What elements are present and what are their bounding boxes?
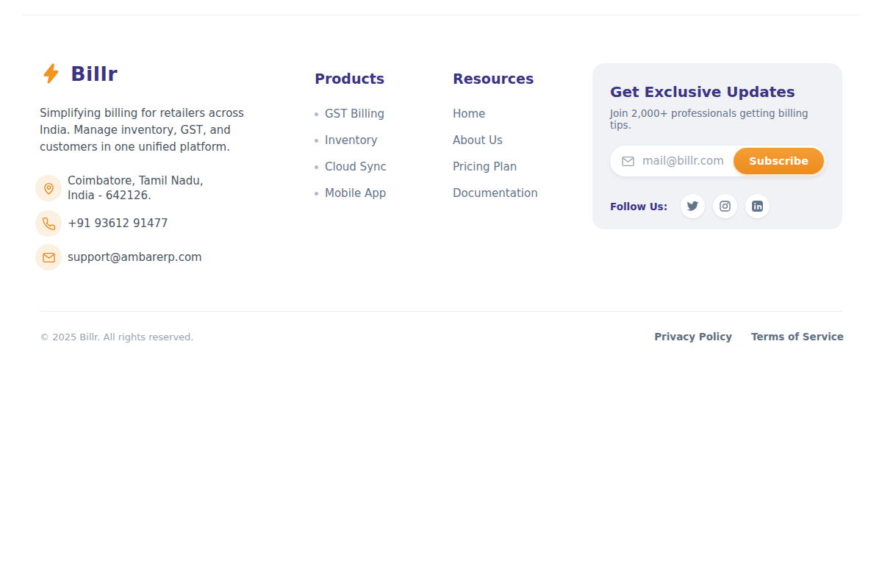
mail-icon <box>35 244 62 270</box>
instagram-icon <box>719 200 731 212</box>
privacy-policy-link[interactable]: Privacy Policy <box>654 331 732 343</box>
product-link-mobile-app[interactable]: Mobile App <box>315 186 387 201</box>
contact-email-text: support@ambarerp.com <box>68 250 202 265</box>
twitter-icon <box>686 200 699 212</box>
contact-list: Coimbatore, Tamil Nadu, India - 642126. … <box>35 173 285 270</box>
resource-link-documentation[interactable]: Documentation <box>453 186 538 201</box>
instagram-button[interactable] <box>713 194 737 218</box>
resource-link-pricing-plan[interactable]: Pricing Plan <box>453 159 538 174</box>
brand-tagline: Simplifying billing for retailers across… <box>35 105 267 156</box>
resource-link-about-us[interactable]: About Us <box>453 133 538 148</box>
follow-us-label: Follow Us: <box>610 201 667 212</box>
bottom-bar: © 2025 Billr. All rights reserved. Priva… <box>40 329 844 344</box>
bullet-dot <box>315 165 318 169</box>
contact-phone[interactable]: +91 93612 91477 <box>35 210 285 237</box>
mail-input-icon <box>621 154 635 168</box>
subscribe-button[interactable]: Subscribe <box>734 148 824 174</box>
contact-address-text: Coimbatore, Tamil Nadu, India - 642126. <box>68 173 204 203</box>
twitter-button[interactable] <box>681 194 705 218</box>
copyright-text: © 2025 Billr. All rights reserved. <box>40 331 193 343</box>
brand-name: Billr <box>71 62 118 85</box>
terms-of-service-link[interactable]: Terms of Service <box>751 331 844 343</box>
contact-address: Coimbatore, Tamil Nadu, India - 642126. <box>35 173 285 203</box>
resources-column: Resources Home About Us Pricing Plan Doc… <box>453 71 538 201</box>
newsletter-subtitle: Join 2,000+ professionals getting billin… <box>610 107 826 131</box>
footer-page: Billr Simplifying billing for retailers … <box>0 0 882 588</box>
bullet-dot <box>315 139 318 143</box>
brand-column: Billr Simplifying billing for retailers … <box>35 60 285 270</box>
newsletter-title: Get Exclusive Updates <box>610 83 826 101</box>
email-input[interactable] <box>635 154 734 168</box>
bottom-divider <box>40 311 842 312</box>
top-section-divider <box>22 15 860 15</box>
resource-link-home[interactable]: Home <box>453 107 538 121</box>
legal-links: Privacy Policy Terms of Service <box>654 331 844 343</box>
bullet-dot <box>315 192 318 196</box>
phone-icon <box>35 210 62 237</box>
resources-list: Home About Us Pricing Plan Documentation <box>453 107 538 201</box>
bullet-dot <box>315 112 318 116</box>
contact-email[interactable]: support@ambarerp.com <box>35 244 285 270</box>
location-icon <box>35 175 62 201</box>
contact-phone-text: +91 93612 91477 <box>68 216 168 231</box>
linkedin-icon <box>751 200 764 212</box>
products-title: Products <box>315 71 387 87</box>
products-list: GST Billing Inventory Cloud Sync Mobile … <box>315 107 387 201</box>
product-link-inventory[interactable]: Inventory <box>315 133 387 148</box>
product-link-gst-billing[interactable]: GST Billing <box>315 107 387 121</box>
subscribe-form: Subscribe <box>610 146 826 176</box>
newsletter-card: Get Exclusive Updates Join 2,000+ profes… <box>592 63 842 229</box>
products-column: Products GST Billing Inventory Cloud Syn… <box>315 71 387 201</box>
resources-title: Resources <box>453 71 538 87</box>
linkedin-button[interactable] <box>745 194 770 218</box>
follow-row: Follow Us: <box>610 194 826 218</box>
product-link-cloud-sync[interactable]: Cloud Sync <box>315 159 387 174</box>
brand-logo[interactable]: Billr <box>35 60 285 87</box>
bolt-icon <box>39 60 64 87</box>
